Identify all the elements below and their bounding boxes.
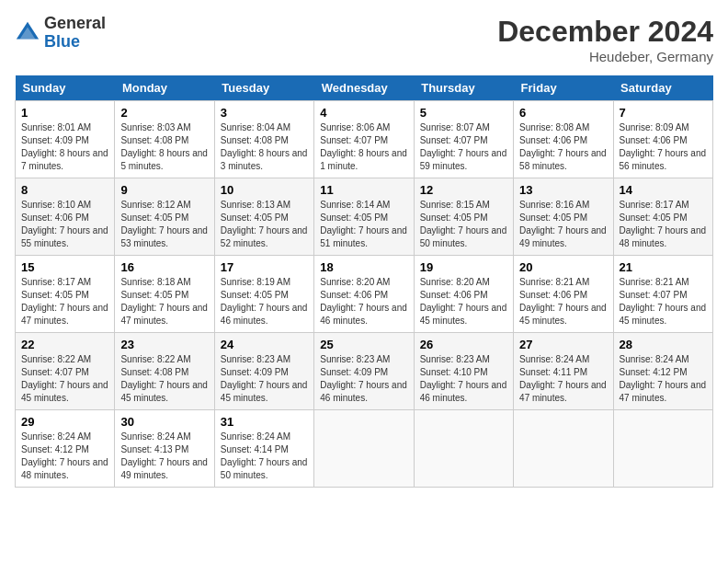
day-info: Sunrise: 8:09 AM Sunset: 4:06 PM Dayligh… xyxy=(620,121,707,173)
day-number: 20 xyxy=(519,260,607,274)
month-year-title: December 2024 xyxy=(497,15,713,49)
day-info: Sunrise: 8:22 AM Sunset: 4:08 PM Dayligh… xyxy=(120,353,208,405)
day-cell-18: 18 Sunrise: 8:20 AM Sunset: 4:06 PM Dayl… xyxy=(314,256,414,333)
day-number: 22 xyxy=(21,338,108,351)
col-sunday: Sunday xyxy=(16,75,115,101)
day-info: Sunrise: 8:17 AM Sunset: 4:05 PM Dayligh… xyxy=(620,199,707,250)
day-info: Sunrise: 8:03 AM Sunset: 4:08 PM Dayligh… xyxy=(120,121,208,173)
empty-cell xyxy=(613,410,712,488)
calendar-table: Sunday Monday Tuesday Wednesday Thursday… xyxy=(15,75,713,488)
day-number: 9 xyxy=(120,183,208,197)
day-info: Sunrise: 8:24 AM Sunset: 4:12 PM Dayligh… xyxy=(21,431,108,482)
day-number: 2 xyxy=(120,106,208,120)
day-cell-28: 28 Sunrise: 8:24 AM Sunset: 4:12 PM Dayl… xyxy=(613,333,712,410)
day-cell-24: 24 Sunrise: 8:23 AM Sunset: 4:09 PM Dayl… xyxy=(214,333,313,410)
empty-cell xyxy=(414,410,513,488)
logo-blue-text: Blue xyxy=(44,32,80,51)
day-cell-8: 8 Sunrise: 8:10 AM Sunset: 4:06 PM Dayli… xyxy=(16,178,115,256)
day-number: 11 xyxy=(320,183,407,197)
day-info: Sunrise: 8:20 AM Sunset: 4:06 PM Dayligh… xyxy=(320,276,407,327)
day-cell-19: 19 Sunrise: 8:20 AM Sunset: 4:06 PM Dayl… xyxy=(414,256,513,333)
day-cell-25: 25 Sunrise: 8:23 AM Sunset: 4:09 PM Dayl… xyxy=(314,333,414,410)
day-cell-2: 2 Sunrise: 8:03 AM Sunset: 4:08 PM Dayli… xyxy=(115,101,214,178)
day-info: Sunrise: 8:16 AM Sunset: 4:05 PM Dayligh… xyxy=(519,199,607,250)
day-cell-9: 9 Sunrise: 8:12 AM Sunset: 4:05 PM Dayli… xyxy=(115,178,214,256)
day-info: Sunrise: 8:24 AM Sunset: 4:14 PM Dayligh… xyxy=(221,431,308,482)
day-cell-4: 4 Sunrise: 8:06 AM Sunset: 4:07 PM Dayli… xyxy=(314,101,414,178)
day-info: Sunrise: 8:21 AM Sunset: 4:06 PM Dayligh… xyxy=(519,276,607,327)
day-cell-21: 21 Sunrise: 8:21 AM Sunset: 4:07 PM Dayl… xyxy=(613,256,712,333)
day-info: Sunrise: 8:13 AM Sunset: 4:05 PM Dayligh… xyxy=(221,199,308,250)
day-number: 21 xyxy=(620,260,707,274)
day-info: Sunrise: 8:07 AM Sunset: 4:07 PM Dayligh… xyxy=(420,121,507,173)
day-info: Sunrise: 8:22 AM Sunset: 4:07 PM Dayligh… xyxy=(21,353,108,405)
day-cell-3: 3 Sunrise: 8:04 AM Sunset: 4:08 PM Dayli… xyxy=(214,101,313,178)
day-number: 29 xyxy=(21,415,108,429)
day-info: Sunrise: 8:18 AM Sunset: 4:05 PM Dayligh… xyxy=(120,276,208,327)
day-cell-15: 15 Sunrise: 8:17 AM Sunset: 4:05 PM Dayl… xyxy=(16,256,115,333)
day-number: 5 xyxy=(420,106,507,120)
day-info: Sunrise: 8:24 AM Sunset: 4:13 PM Dayligh… xyxy=(120,431,208,482)
logo-icon xyxy=(15,20,40,46)
day-info: Sunrise: 8:23 AM Sunset: 4:09 PM Dayligh… xyxy=(221,353,308,405)
col-thursday: Thursday xyxy=(414,75,513,101)
day-number: 14 xyxy=(620,183,707,197)
day-number: 6 xyxy=(519,106,607,120)
day-cell-7: 7 Sunrise: 8:09 AM Sunset: 4:06 PM Dayli… xyxy=(613,101,712,178)
col-wednesday: Wednesday xyxy=(314,75,414,101)
day-cell-14: 14 Sunrise: 8:17 AM Sunset: 4:05 PM Dayl… xyxy=(613,178,712,256)
day-info: Sunrise: 8:20 AM Sunset: 4:06 PM Dayligh… xyxy=(420,276,507,327)
day-info: Sunrise: 8:01 AM Sunset: 4:09 PM Dayligh… xyxy=(21,121,108,173)
col-saturday: Saturday xyxy=(613,75,712,101)
day-number: 25 xyxy=(320,338,407,351)
day-cell-12: 12 Sunrise: 8:15 AM Sunset: 4:05 PM Dayl… xyxy=(414,178,513,256)
day-number: 12 xyxy=(420,183,507,197)
week-row-5: 29 Sunrise: 8:24 AM Sunset: 4:12 PM Dayl… xyxy=(16,410,713,488)
day-cell-13: 13 Sunrise: 8:16 AM Sunset: 4:05 PM Dayl… xyxy=(514,178,613,256)
day-info: Sunrise: 8:24 AM Sunset: 4:11 PM Dayligh… xyxy=(519,353,607,405)
day-number: 28 xyxy=(620,338,707,351)
week-row-1: 1 Sunrise: 8:01 AM Sunset: 4:09 PM Dayli… xyxy=(16,101,713,178)
day-number: 17 xyxy=(221,260,308,274)
title-block: December 2024 Heudeber, Germany xyxy=(497,15,713,64)
day-cell-23: 23 Sunrise: 8:22 AM Sunset: 4:08 PM Dayl… xyxy=(115,333,214,410)
week-row-2: 8 Sunrise: 8:10 AM Sunset: 4:06 PM Dayli… xyxy=(16,178,713,256)
day-cell-6: 6 Sunrise: 8:08 AM Sunset: 4:06 PM Dayli… xyxy=(514,101,613,178)
empty-cell xyxy=(314,410,414,488)
header-row: Sunday Monday Tuesday Wednesday Thursday… xyxy=(16,75,713,101)
day-info: Sunrise: 8:21 AM Sunset: 4:07 PM Dayligh… xyxy=(620,276,707,327)
day-cell-1: 1 Sunrise: 8:01 AM Sunset: 4:09 PM Dayli… xyxy=(16,101,115,178)
day-number: 27 xyxy=(519,338,607,351)
week-row-4: 22 Sunrise: 8:22 AM Sunset: 4:07 PM Dayl… xyxy=(16,333,713,410)
location-subtitle: Heudeber, Germany xyxy=(497,49,713,64)
day-info: Sunrise: 8:08 AM Sunset: 4:06 PM Dayligh… xyxy=(519,121,607,173)
day-cell-5: 5 Sunrise: 8:07 AM Sunset: 4:07 PM Dayli… xyxy=(414,101,513,178)
logo-general-text: General xyxy=(44,14,106,32)
col-tuesday: Tuesday xyxy=(214,75,313,101)
day-number: 15 xyxy=(21,260,108,274)
day-number: 10 xyxy=(221,183,308,197)
logo: General Blue xyxy=(15,15,106,52)
day-number: 24 xyxy=(221,338,308,351)
day-cell-22: 22 Sunrise: 8:22 AM Sunset: 4:07 PM Dayl… xyxy=(16,333,115,410)
day-info: Sunrise: 8:15 AM Sunset: 4:05 PM Dayligh… xyxy=(420,199,507,250)
day-info: Sunrise: 8:14 AM Sunset: 4:05 PM Dayligh… xyxy=(320,199,407,250)
day-info: Sunrise: 8:12 AM Sunset: 4:05 PM Dayligh… xyxy=(120,199,208,250)
day-cell-27: 27 Sunrise: 8:24 AM Sunset: 4:11 PM Dayl… xyxy=(514,333,613,410)
day-cell-10: 10 Sunrise: 8:13 AM Sunset: 4:05 PM Dayl… xyxy=(214,178,313,256)
day-number: 16 xyxy=(120,260,208,274)
week-row-3: 15 Sunrise: 8:17 AM Sunset: 4:05 PM Dayl… xyxy=(16,256,713,333)
col-friday: Friday xyxy=(514,75,613,101)
day-number: 1 xyxy=(21,106,108,120)
day-info: Sunrise: 8:10 AM Sunset: 4:06 PM Dayligh… xyxy=(21,199,108,250)
col-monday: Monday xyxy=(115,75,214,101)
day-info: Sunrise: 8:24 AM Sunset: 4:12 PM Dayligh… xyxy=(620,353,707,405)
day-number: 8 xyxy=(21,183,108,197)
day-number: 19 xyxy=(420,260,507,274)
day-number: 23 xyxy=(120,338,208,351)
day-info: Sunrise: 8:06 AM Sunset: 4:07 PM Dayligh… xyxy=(320,121,407,173)
day-number: 18 xyxy=(320,260,407,274)
day-info: Sunrise: 8:23 AM Sunset: 4:10 PM Dayligh… xyxy=(420,353,507,405)
day-info: Sunrise: 8:04 AM Sunset: 4:08 PM Dayligh… xyxy=(221,121,308,173)
day-number: 30 xyxy=(120,415,208,429)
